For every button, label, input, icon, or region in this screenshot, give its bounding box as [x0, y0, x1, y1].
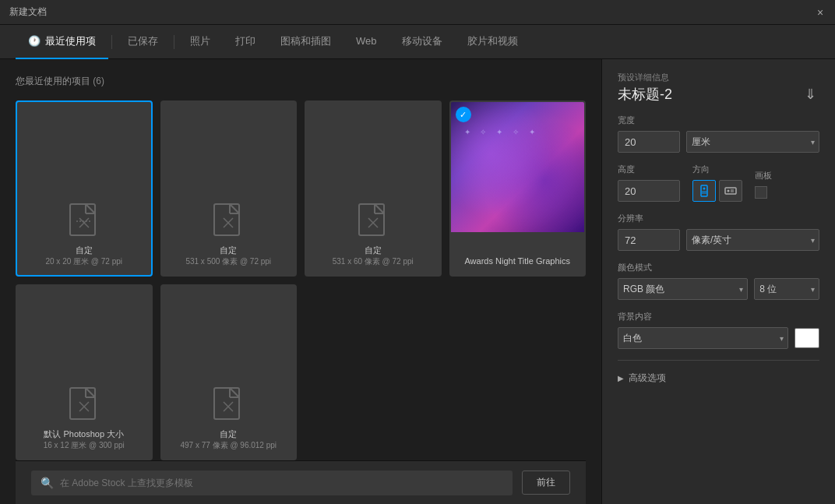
- resolution-label: 分辨率: [618, 213, 819, 224]
- svg-rect-30: [725, 188, 736, 194]
- clock-icon: 🕐: [28, 35, 41, 47]
- portrait-icon: [698, 185, 710, 197]
- bg-row: 白色 背景色 黑色 透明: [618, 327, 819, 349]
- tab-divider-1: [111, 35, 112, 49]
- bg-field-group: 背景内容 白色 背景色 黑色 透明: [618, 311, 819, 349]
- svg-point-27: [703, 188, 706, 190]
- canvas-checkbox[interactable]: [755, 186, 767, 199]
- title-bar: 新建文档 ×: [0, 0, 835, 25]
- doc-title-row: 未标题-2 ⇓: [618, 85, 819, 104]
- resolution-row: 像素/英寸 像素/厘米: [618, 229, 819, 251]
- grid-item-label-2: 自定: [220, 245, 237, 256]
- download-button[interactable]: ⇓: [801, 85, 819, 104]
- color-mode-label: 颜色模式: [618, 262, 819, 273]
- landscape-icon: [724, 185, 737, 197]
- grid-item-sub-6: 497 x 77 像素 @ 96.012 ppi: [180, 440, 277, 451]
- svg-point-31: [728, 190, 730, 192]
- color-mode-field-group: 颜色模式 RGB 颜色 CMYK 颜色 灰度 Lab 颜色 8 位 16 位 3…: [618, 262, 819, 300]
- tab-print[interactable]: 打印: [223, 25, 268, 59]
- search-icon: 🔍: [41, 477, 54, 489]
- orientation-sub-group: 方向: [692, 164, 742, 202]
- canvas-label: 画板: [755, 170, 772, 182]
- height-sub-group: 高度: [618, 164, 680, 202]
- width-field-group: 宽度 厘米 像素 英寸 毫米: [618, 115, 819, 153]
- window-title: 新建文档: [9, 5, 47, 19]
- search-input[interactable]: [60, 478, 503, 488]
- grid-item-label-3: 自定: [365, 245, 382, 256]
- bg-label: 背景内容: [618, 311, 819, 322]
- grid-item-sub-1: 20 x 20 厘米 @ 72 ppi: [45, 256, 122, 267]
- grid-item-label-4: Awards Night Title Graphics: [464, 256, 570, 267]
- portrait-button[interactable]: [692, 180, 716, 202]
- file-icon-5: [62, 385, 106, 428]
- width-row: 厘米 像素 英寸 毫米: [618, 131, 819, 153]
- width-unit-wrapper: 厘米 像素 英寸 毫米: [686, 131, 819, 153]
- grid-item-sub-2: 531 x 500 像素 @ 72 ppi: [185, 256, 271, 267]
- color-depth-select[interactable]: 8 位 16 位 32 位: [754, 278, 819, 300]
- resolution-input[interactable]: [618, 229, 680, 251]
- tab-web[interactable]: Web: [344, 25, 389, 59]
- landscape-button[interactable]: [719, 180, 742, 202]
- resolution-unit-wrapper: 像素/英寸 像素/厘米: [686, 229, 819, 251]
- bg-select[interactable]: 白色 背景色 黑色 透明: [618, 327, 788, 349]
- tab-photos[interactable]: 照片: [178, 25, 223, 59]
- tab-saved[interactable]: 已保存: [115, 25, 171, 59]
- color-depth-wrapper: 8 位 16 位 32 位: [754, 278, 819, 300]
- preset-details-label: 预设详细信息: [618, 72, 819, 83]
- height-input[interactable]: [618, 180, 680, 202]
- file-icon-1: [62, 201, 106, 245]
- presets-grid: 自定 20 x 20 厘米 @ 72 ppi 自定 531 x 500 像素 @…: [16, 100, 586, 460]
- grid-item-label-1: 自定: [76, 245, 93, 256]
- tab-film[interactable]: 胶片和视频: [455, 25, 530, 59]
- grid-item-label-6: 自定: [220, 428, 237, 440]
- section-title: 您最近使用的项目 (6): [16, 75, 586, 88]
- advanced-toggle[interactable]: ▶ 高级选项: [618, 372, 819, 385]
- resolution-unit-select[interactable]: 像素/英寸 像素/厘米: [686, 229, 819, 251]
- file-icon-3: [351, 201, 395, 245]
- grid-item-sub-5: 16 x 12 厘米 @ 300 ppi: [44, 440, 125, 451]
- divider-1: [618, 360, 819, 361]
- chevron-right-icon: ▶: [618, 374, 624, 382]
- doc-title: 未标题-2: [618, 85, 672, 104]
- grid-item-sub-3: 531 x 60 像素 @ 72 ppi: [333, 256, 414, 267]
- grid-item-6[interactable]: 自定 497 x 77 像素 @ 96.012 ppi: [160, 284, 298, 460]
- tab-art[interactable]: 图稿和插图: [268, 25, 344, 59]
- bg-select-wrapper: 白色 背景色 黑色 透明: [618, 327, 788, 349]
- grid-item-2[interactable]: 自定 531 x 500 像素 @ 72 ppi: [160, 100, 298, 277]
- awards-night-preview: [451, 102, 585, 232]
- tab-recent[interactable]: 🕐 最近使用项: [16, 25, 108, 59]
- check-badge: ✓: [456, 107, 471, 122]
- close-button[interactable]: ×: [815, 7, 826, 18]
- tab-divider-2: [174, 35, 174, 49]
- color-mode-row: RGB 颜色 CMYK 颜色 灰度 Lab 颜色 8 位 16 位 32 位: [618, 278, 819, 300]
- height-orient-group: 高度 方向: [618, 164, 819, 202]
- grid-item-4[interactable]: ✓ Awards Night Title Graphics: [449, 100, 587, 277]
- bg-color-swatch[interactable]: [794, 328, 819, 348]
- height-label: 高度: [618, 164, 680, 175]
- width-label: 宽度: [618, 115, 819, 126]
- tab-mobile[interactable]: 移动设备: [389, 25, 455, 59]
- grid-item-1[interactable]: 自定 20 x 20 厘米 @ 72 ppi: [16, 100, 153, 277]
- main-content: 您最近使用的项目 (6) 自定 20 x 20 厘米 @ 72 ppi: [0, 59, 835, 504]
- left-panel: 您最近使用的项目 (6) 自定 20 x 20 厘米 @ 72 ppi: [0, 59, 601, 504]
- file-icon-2: [206, 201, 250, 245]
- width-input[interactable]: [618, 131, 680, 153]
- file-icon-6: [206, 385, 250, 428]
- search-bar: 🔍 前往: [16, 460, 586, 504]
- resolution-field-group: 分辨率 像素/英寸 像素/厘米: [618, 213, 819, 251]
- canvas-sub-group: 画板: [755, 170, 772, 202]
- svg-rect-26: [701, 185, 707, 196]
- color-mode-select[interactable]: RGB 颜色 CMYK 颜色 灰度 Lab 颜色: [618, 278, 748, 300]
- orientation-label: 方向: [692, 164, 742, 175]
- grid-item-label-5: 默认 Photoshop 大小: [44, 428, 124, 440]
- grid-item-5[interactable]: 默认 Photoshop 大小 16 x 12 厘米 @ 300 ppi: [16, 284, 153, 460]
- search-input-wrapper: 🔍: [31, 471, 513, 495]
- goto-button[interactable]: 前往: [522, 471, 570, 495]
- color-mode-wrapper: RGB 颜色 CMYK 颜色 灰度 Lab 颜色: [618, 278, 748, 300]
- window-controls: ×: [815, 7, 826, 18]
- right-panel: 预设详细信息 未标题-2 ⇓ 宽度 厘米 像素 英寸 毫米: [601, 59, 835, 504]
- width-unit-select[interactable]: 厘米 像素 英寸 毫米: [686, 131, 819, 153]
- grid-item-3[interactable]: 自定 531 x 60 像素 @ 72 ppi: [305, 100, 442, 277]
- tabs-bar: 🕐 最近使用项 已保存 照片 打印 图稿和插图 Web 移动设备 胶片和视频: [0, 25, 835, 59]
